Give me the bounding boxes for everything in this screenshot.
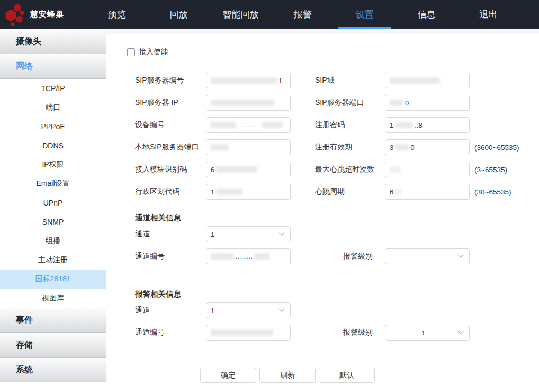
nav-tab-alarm[interactable]: 报警 bbox=[272, 0, 334, 29]
form-row: 接入模块识别码 6 最大心跳超时次数 (3~65535) bbox=[135, 158, 539, 181]
sidebar-item-active-register[interactable]: 主动注册 bbox=[0, 251, 106, 270]
sidebar-item-upnp[interactable]: UPnP bbox=[0, 193, 106, 212]
nav-tab-playback[interactable]: 回放 bbox=[148, 0, 210, 29]
local-sip-port-label: 本地SIP服务器端口 bbox=[135, 142, 206, 152]
sidebar-item-snmp[interactable]: SNMP bbox=[0, 212, 106, 231]
access-enable-checkbox[interactable] bbox=[127, 48, 135, 56]
sidebar-item-pppoe[interactable]: PPPoE bbox=[0, 117, 106, 136]
sip-server-id-label: SIP服务器编号 bbox=[135, 76, 206, 85]
nav-tab-logout[interactable]: 退出 bbox=[457, 0, 519, 29]
alarm-channel-label: 通道 bbox=[135, 306, 206, 315]
redacted-value bbox=[211, 253, 234, 260]
redacted-value bbox=[390, 100, 403, 106]
channel-id-label: 通道编号 bbox=[135, 252, 206, 261]
access-module-id-input[interactable]: 6 bbox=[206, 162, 291, 177]
sidebar-item-tcpip[interactable]: TCP/IP bbox=[0, 79, 106, 98]
value-fragment: 3 bbox=[390, 144, 393, 152]
chevron-down-icon bbox=[457, 252, 463, 258]
register-password-input[interactable]: 1 ..8 bbox=[385, 117, 470, 133]
settings-sidebar: 摄像头 网络 TCP/IP 端口 PPPoE DDNS IP权限 Email设置… bbox=[0, 29, 106, 392]
value-fragment: 1 bbox=[390, 121, 393, 129]
sidebar-item-email-settings[interactable]: Email设置 bbox=[0, 174, 106, 193]
channel-select[interactable]: 1 bbox=[206, 226, 291, 242]
sidebar-section-event[interactable]: 事件 bbox=[0, 308, 106, 333]
nav-tab-info[interactable]: 信息 bbox=[396, 0, 457, 29]
sip-server-port-label: SIP服务器端口 bbox=[315, 98, 385, 108]
max-heartbeat-timeout-input[interactable] bbox=[385, 162, 470, 177]
sidebar-section-network[interactable]: 网络 bbox=[0, 54, 106, 79]
form-row: 通道编号 报警级别 1 bbox=[135, 322, 539, 344]
alarm-info-title: 报警相关信息 bbox=[135, 289, 539, 299]
register-validity-input[interactable]: 3 0 bbox=[385, 139, 470, 155]
nav-tab-preview[interactable]: 预览 bbox=[86, 0, 148, 29]
gb28181-settings-panel: 接入使能 SIP服务器编号 1 SIP域 SIP服务器 IP SIP服务器端口 … bbox=[106, 29, 539, 392]
max-heartbeat-timeout-label: 最大心跳超时次数 bbox=[315, 165, 385, 174]
sip-server-ip-input[interactable] bbox=[206, 95, 291, 111]
default-button[interactable]: 默认 bbox=[319, 368, 375, 383]
select-value: 1 bbox=[211, 230, 214, 238]
device-id-input[interactable]: ............ bbox=[206, 117, 291, 133]
access-module-id-label: 接入模块识别码 bbox=[135, 165, 206, 174]
sip-server-ip-label: SIP服务器 IP bbox=[135, 98, 206, 108]
sip-server-port-input[interactable]: 0 bbox=[385, 95, 470, 111]
nav-tabs: 预览 回放 智能回放 报警 设置 信息 退出 bbox=[86, 0, 519, 29]
redacted-value bbox=[211, 122, 236, 128]
redacted-value bbox=[211, 77, 277, 84]
form-row: 通道编号 ......... 报警级别 bbox=[135, 245, 539, 268]
sidebar-item-port[interactable]: 端口 bbox=[0, 98, 106, 117]
channel-info-title: 通道相关信息 bbox=[135, 212, 539, 223]
nav-tab-smart-playback[interactable]: 智能回放 bbox=[210, 0, 272, 29]
local-sip-port-input[interactable] bbox=[206, 139, 291, 155]
sip-domain-input[interactable] bbox=[385, 73, 470, 88]
sip-server-id-input[interactable]: 1 bbox=[206, 73, 291, 88]
redacted-value bbox=[395, 189, 402, 195]
sidebar-item-gb28181[interactable]: 国标28181 bbox=[0, 270, 106, 289]
register-password-label: 注册密码 bbox=[315, 120, 385, 130]
value-fragment: 0 bbox=[405, 99, 409, 107]
heartbeat-period-input[interactable]: 6 bbox=[385, 184, 470, 200]
form-row: 设备编号 ............ 注册密码 1 ..8 bbox=[135, 114, 539, 136]
alarm-channel-id-input[interactable] bbox=[206, 325, 291, 341]
redacted-value bbox=[216, 189, 242, 195]
redacted-value bbox=[390, 166, 400, 173]
redacted-value bbox=[254, 253, 270, 260]
refresh-button[interactable]: 刷新 bbox=[259, 368, 316, 383]
max-heartbeat-timeout-hint: (3~65535) bbox=[474, 166, 507, 174]
channel-alarm-level-label: 报警级别 bbox=[343, 252, 385, 261]
sidebar-section-storage[interactable]: 存储 bbox=[0, 333, 106, 358]
ok-button[interactable]: 确定 bbox=[200, 368, 256, 383]
redacted-value bbox=[262, 122, 282, 128]
chevron-down-icon bbox=[279, 230, 284, 236]
channel-id-input[interactable]: ......... bbox=[206, 248, 291, 264]
form-row: 本地SIP服务器端口 注册有效期 3 0 (3600~65535) bbox=[135, 136, 539, 158]
sidebar-section-system[interactable]: 系统 bbox=[0, 358, 106, 382]
value-fragment: 0 bbox=[410, 144, 414, 152]
alarm-level-select[interactable]: 1 bbox=[385, 325, 470, 341]
sidebar-item-view-library[interactable]: 视图库 bbox=[0, 289, 106, 308]
form-row: SIP服务器 IP SIP服务器端口 0 bbox=[135, 92, 539, 114]
sidebar-section-label: 摄像头 bbox=[16, 36, 41, 47]
alarm-channel-id-label: 通道编号 bbox=[135, 328, 206, 337]
sidebar-item-multicast[interactable]: 组播 bbox=[0, 231, 106, 251]
form-row: 行政区划代码 1 心跳周期 6 (30~65535) bbox=[135, 181, 539, 203]
register-validity-label: 注册有效期 bbox=[315, 142, 385, 152]
form-row: 通道 1 bbox=[135, 223, 539, 245]
admin-division-code-input[interactable]: 1 bbox=[206, 184, 291, 200]
channel-alarm-level-select[interactable] bbox=[385, 248, 470, 264]
sidebar-section-camera[interactable]: 摄像头 bbox=[0, 29, 106, 54]
select-value: 1 bbox=[211, 307, 214, 315]
value-fragment: ............ bbox=[238, 122, 260, 128]
value-fragment: 6 bbox=[211, 166, 214, 174]
value-fragment: 1 bbox=[211, 188, 214, 196]
sidebar-item-ip-permission[interactable]: IP权限 bbox=[0, 155, 106, 174]
device-id-label: 设备编号 bbox=[135, 120, 206, 130]
channel-label: 通道 bbox=[135, 229, 206, 239]
redacted-value bbox=[216, 166, 257, 173]
nav-tab-settings[interactable]: 设置 bbox=[334, 0, 396, 29]
alarm-channel-select[interactable]: 1 bbox=[206, 302, 291, 318]
sidebar-item-ddns[interactable]: DDNS bbox=[0, 136, 106, 155]
select-value: 1 bbox=[390, 329, 457, 337]
value-fragment: 1 bbox=[279, 77, 282, 85]
value-fragment: ......... bbox=[236, 253, 253, 260]
logo-honeycomb-icon bbox=[4, 3, 26, 27]
